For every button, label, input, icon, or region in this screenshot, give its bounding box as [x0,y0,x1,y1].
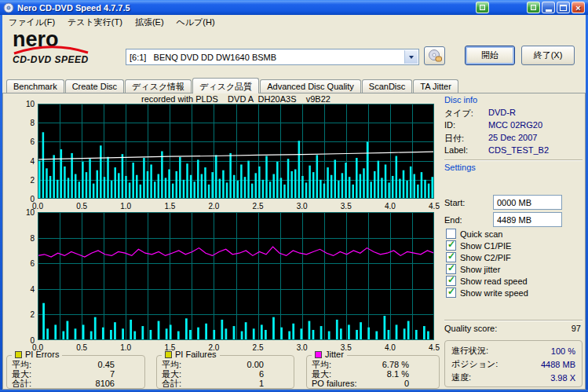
tab-scandisc[interactable]: ScanDisc [362,79,412,93]
check-icon: ✓ [447,262,455,273]
disc-info-value-type: DVD-R [488,108,516,117]
check-icon: ✓ [447,286,455,297]
start-button[interactable]: 開始 [465,46,515,65]
checkbox-quick-scan[interactable] [446,229,456,239]
checkbox-label-show-c1-pie: Show C1/PIE [460,241,511,251]
x-axis-label: 1.5 [158,202,181,211]
extra-window-button-2[interactable] [527,2,540,13]
stat-row: PO failures:0 [312,379,434,388]
y-axis-label: 4 [16,285,35,294]
check-icon: ✓ [447,274,455,285]
menu-help[interactable]: ヘルプ(H) [170,15,221,30]
y-axis-label: 2 [16,176,35,185]
minimize-button[interactable] [542,2,555,13]
drive-select-arrow[interactable] [404,50,418,64]
eject-button[interactable] [424,46,445,65]
progress-label-position: ポジション: [451,358,498,370]
disc-info-title: Disc info [444,95,477,104]
x-axis-label: 1.0 [114,343,137,352]
checkbox-show-read-speed[interactable]: ✓ [446,276,456,286]
nero-logo-product: CD-DVD SPEED [13,54,126,65]
checkbox-label-show-write-speed: Show write speed [460,288,528,298]
stats-pi-failures: PI Failures平均:0.00最大:6合計:1 [156,355,294,389]
y-axis-label: 6 [16,259,35,268]
x-axis-label: 4.0 [378,202,402,211]
window-border-left [0,15,2,392]
progress-label-progress: 進行状況: [451,345,488,357]
checkbox-row-show-jitter: ✓Show jitter [446,264,500,274]
progress-row-speed: 速度:3.98 X [451,371,575,384]
x-axis-label: 0.5 [70,343,93,352]
checkbox-label-show-c2-pif: Show C2/PIF [460,253,511,262]
stat-value: 7 [53,369,140,379]
settings-title: Settings [444,163,476,172]
x-axis-label: 1.5 [158,343,181,352]
stat-value: 0.45 [53,360,140,369]
stat-value: 1 [203,379,289,388]
stat-value: 8106 [53,379,140,388]
maximize-button[interactable] [557,2,570,13]
stat-value: 0 [356,379,434,388]
progress-value-speed: 3.98 X [550,373,575,383]
x-axis-label: 4.0 [378,343,402,352]
extra-window-icon-2 [531,5,536,10]
checkbox-label-quick-scan: Quick scan [460,229,502,239]
exit-button[interactable]: 終了(X) [521,46,575,65]
y-axis-label: 8 [16,119,35,127]
minimize-icon [546,9,552,12]
tab-disc-quality[interactable]: ディスク品質 [192,78,259,93]
stat-value: 6.78 % [352,360,434,369]
pi-errors-chart [38,104,434,199]
checkbox-show-write-speed[interactable]: ✓ [446,288,456,298]
checkbox-row-show-write-speed: ✓Show write speed [446,288,528,298]
start-button-label: 開始 [481,49,499,61]
separator-2 [444,320,583,321]
extra-window-button-1[interactable] [476,2,489,13]
disc-info-label-media-id: ID: [444,120,455,130]
x-axis-label: 2.0 [202,343,225,352]
checkbox-row-quick-scan: Quick scan [446,229,502,239]
y-axis-label: 8 [16,234,35,243]
close-icon: × [575,3,580,13]
stat-row: 合計:8106 [12,379,140,388]
x-axis-label: 4.5 [422,343,446,352]
tab-ta-jitter[interactable]: TA Jitter [413,79,458,93]
x-axis-label: 3.0 [290,202,314,211]
stat-label: PO failures: [312,379,356,388]
tab-benchmark[interactable]: Benchmark [6,79,64,93]
menu-file[interactable]: ファイル(F) [2,15,61,30]
drive-select[interactable]: [6:1] BENQ DVD DD DW1640 BSMB [126,49,419,65]
checkbox-label-show-jitter: Show jitter [460,265,500,274]
disc-info-label-type: タイプ: [444,108,473,119]
x-axis-label: 2.0 [202,202,225,211]
app-icon[interactable] [3,2,14,13]
x-axis-label: 1.0 [114,202,137,211]
start-input[interactable] [493,195,562,210]
x-axis-label: 0.0 [26,343,49,352]
y-axis-label: 10 [16,100,35,108]
checkbox-show-c1-pie[interactable]: ✓ [446,240,456,251]
y-axis-label: 2 [16,310,35,319]
check-icon: ✓ [447,251,455,262]
progress-value-position: 4488 MB [541,360,575,369]
tab-advanced-disc-quality[interactable]: Advanced Disc Quality [260,79,361,93]
menu-bar: ファイル(F)テスト実行(T)拡張(E)ヘルプ(H) [2,15,586,29]
stats-jitter: Jitter平均:6.78 %最大:8.1 %PO failures:0 [306,355,440,389]
progress-value-progress: 100 % [551,346,575,356]
x-axis-label: 2.5 [247,202,270,211]
exit-button-label: 終了(X) [534,49,563,61]
x-axis-label: 3.0 [290,343,314,352]
separator-1 [444,159,583,161]
checkbox-show-jitter[interactable]: ✓ [446,264,456,274]
close-button[interactable]: × [572,2,585,13]
tab-create-disc[interactable]: Create Disc [65,79,124,93]
menu-test-run[interactable]: テスト実行(T) [61,15,129,30]
checkbox-show-c2-pif[interactable]: ✓ [446,252,456,262]
y-axis-label: 4 [16,157,35,166]
tab-disc-info[interactable]: ディスク情報 [125,79,192,93]
stat-row: 合計:1 [162,379,289,388]
menu-extensions[interactable]: 拡張(E) [129,15,170,30]
end-input[interactable] [493,212,562,227]
disc-info-value-date: 25 Dec 2007 [488,133,537,142]
y-axis-label: 10 [16,208,35,217]
